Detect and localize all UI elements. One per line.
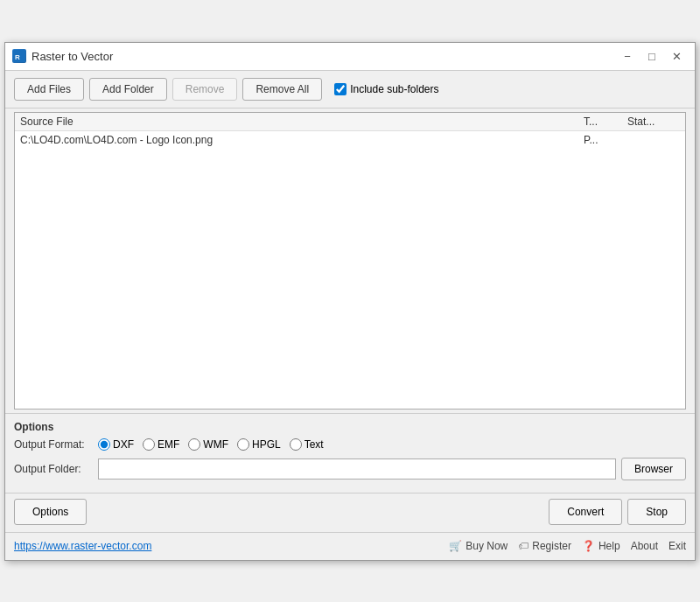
- radio-hpgl[interactable]: [237, 438, 249, 451]
- output-folder-label: Output Folder:: [14, 463, 93, 475]
- stop-button[interactable]: Stop: [627, 499, 686, 525]
- maximize-button[interactable]: □: [640, 46, 663, 66]
- file-list-header: Source File T... Stat...: [15, 113, 685, 131]
- title-controls: − □ ✕: [616, 46, 688, 66]
- label-hpgl: HPGL: [252, 438, 281, 451]
- svg-text:R: R: [15, 53, 20, 61]
- register-item[interactable]: 🏷 Register: [518, 540, 571, 552]
- radio-emf[interactable]: [143, 438, 155, 451]
- help-item[interactable]: ❓ Help: [582, 540, 620, 552]
- exit-item[interactable]: Exit: [668, 540, 686, 552]
- status-right: 🛒 Buy Now 🏷 Register ❓ Help About Exit: [449, 540, 686, 552]
- convert-button[interactable]: Convert: [549, 499, 622, 525]
- label-wmf: WMF: [203, 438, 228, 451]
- label-text: Text: [304, 438, 324, 451]
- exit-label: Exit: [668, 540, 686, 552]
- format-wmf[interactable]: WMF: [188, 438, 228, 451]
- radio-wmf[interactable]: [188, 438, 200, 451]
- register-label: Register: [532, 540, 571, 552]
- file-source: C:\LO4D.com\LO4D.com - Logo Icon.png: [20, 134, 584, 146]
- output-folder-input[interactable]: [98, 458, 616, 480]
- header-type: T...: [584, 116, 627, 128]
- header-status: Stat...: [627, 116, 680, 128]
- about-item[interactable]: About: [631, 540, 658, 552]
- format-emf[interactable]: EMF: [143, 438, 179, 451]
- bottom-bar-right: Convert Stop: [549, 499, 686, 525]
- format-text[interactable]: Text: [290, 438, 324, 451]
- radio-text[interactable]: [290, 438, 302, 451]
- include-subfolders-text: Include sub-folders: [350, 83, 438, 95]
- status-bar: https://www.raster-vector.com 🛒 Buy Now …: [5, 532, 695, 560]
- bottom-bar: Options Convert Stop: [5, 493, 695, 532]
- browser-button[interactable]: Browser: [621, 458, 686, 480]
- remove-all-button[interactable]: Remove All: [242, 78, 322, 101]
- format-radio-group: DXF EMF WMF HPGL Text: [98, 438, 324, 451]
- options-button[interactable]: Options: [14, 499, 87, 525]
- output-format-row: Output Format: DXF EMF WMF HPGL: [14, 438, 686, 451]
- file-list-area[interactable]: Source File T... Stat... C:\LO4D.com\LO4…: [14, 112, 686, 410]
- options-section: Options Output Format: DXF EMF WMF: [5, 413, 695, 493]
- include-subfolders-label[interactable]: Include sub-folders: [334, 83, 438, 95]
- about-label: About: [631, 540, 658, 552]
- label-dxf: DXF: [113, 438, 134, 451]
- buy-now-label: Buy Now: [466, 540, 508, 552]
- remove-button[interactable]: Remove: [172, 78, 238, 101]
- file-type: P...: [584, 134, 627, 146]
- buy-now-icon: 🛒: [449, 540, 462, 552]
- help-label: Help: [598, 540, 620, 552]
- window-title: Raster to Vector: [32, 50, 113, 63]
- close-button[interactable]: ✕: [665, 46, 688, 66]
- add-folder-button[interactable]: Add Folder: [89, 78, 167, 101]
- main-window: R Raster to Vector − □ ✕ Add Files Add F…: [4, 42, 696, 561]
- file-status: [627, 134, 680, 146]
- header-source-file: Source File: [20, 116, 584, 128]
- title-bar: R Raster to Vector − □ ✕: [5, 43, 695, 71]
- help-icon: ❓: [582, 540, 595, 552]
- include-subfolders-checkbox[interactable]: [334, 83, 346, 95]
- website-link[interactable]: https://www.raster-vector.com: [14, 540, 151, 552]
- add-files-button[interactable]: Add Files: [14, 78, 84, 101]
- table-row[interactable]: C:\LO4D.com\LO4D.com - Logo Icon.png P..…: [15, 131, 685, 149]
- toolbar: Add Files Add Folder Remove Remove All I…: [5, 71, 695, 108]
- title-bar-left: R Raster to Vector: [12, 49, 113, 63]
- register-icon: 🏷: [518, 540, 528, 552]
- output-format-label: Output Format:: [14, 438, 93, 451]
- buy-now-item[interactable]: 🛒 Buy Now: [449, 540, 508, 552]
- radio-dxf[interactable]: [98, 438, 110, 451]
- format-hpgl[interactable]: HPGL: [237, 438, 281, 451]
- format-dxf[interactable]: DXF: [98, 438, 134, 451]
- output-folder-row: Output Folder: Browser: [14, 458, 686, 480]
- minimize-button[interactable]: −: [616, 46, 639, 66]
- app-icon: R: [12, 49, 26, 63]
- label-emf: EMF: [158, 438, 179, 451]
- options-title: Options: [14, 421, 686, 433]
